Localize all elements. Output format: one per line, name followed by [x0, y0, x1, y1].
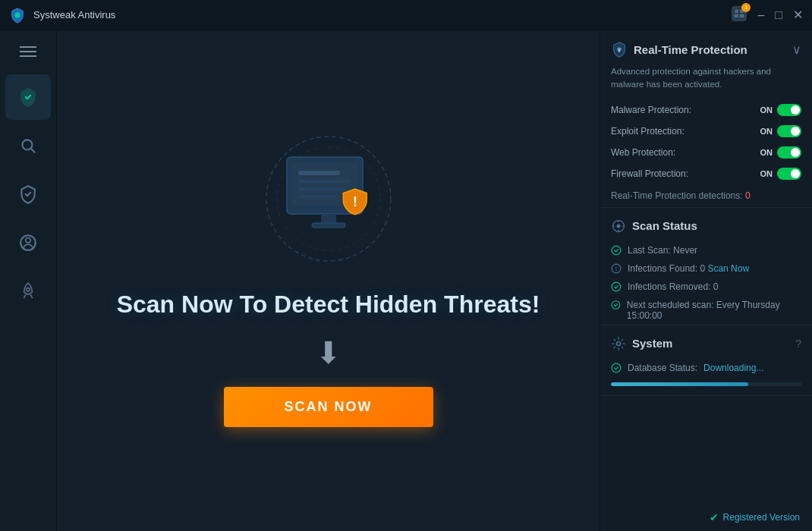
next-scan-icon [611, 300, 621, 310]
svg-text:!: ! [353, 194, 357, 209]
minimize-button[interactable]: – [757, 8, 764, 22]
web-protection-row: Web Protection: ON [600, 142, 812, 163]
maximize-button[interactable]: □ [775, 8, 782, 22]
right-panel: i Real-Time Protection ∨ Advanced protec… [600, 30, 812, 531]
rocket-icon [18, 281, 38, 301]
identity-icon [18, 233, 38, 253]
sidebar-item-protection[interactable] [5, 171, 51, 217]
svg-point-6 [22, 140, 32, 149]
db-status-label: Database Status: [628, 363, 697, 373]
registered-check-icon: ✔ [710, 511, 719, 523]
svg-point-8 [26, 238, 31, 244]
sidebar-item-identity[interactable] [5, 220, 51, 266]
system-icon [611, 336, 626, 351]
notification-badge: 1 [741, 3, 751, 12]
search-icon [18, 136, 38, 156]
main-content: ! Scan Now To Detect Hidden Threats! ⬇ S… [57, 30, 600, 531]
db-status-row: Database Status: Downloading... [600, 359, 812, 379]
svg-point-0 [14, 12, 20, 17]
close-button[interactable]: ✕ [793, 8, 803, 22]
svg-text:!: ! [615, 266, 617, 271]
rtp-shield-icon: i [611, 41, 628, 58]
firewall-pill [777, 168, 801, 180]
malware-protection-label: Malware Protection: [611, 105, 691, 115]
next-scan-text: Next scheduled scan: Every Thursday 15:0… [627, 300, 801, 321]
svg-point-29 [612, 300, 620, 309]
malware-protection-toggle[interactable]: ON [760, 104, 802, 116]
monitor-illustration: ! [253, 134, 404, 271]
detections-count: 0 [745, 190, 751, 201]
rtp-expand-icon[interactable]: ∨ [792, 42, 801, 57]
malware-on-text: ON [760, 105, 773, 115]
scan-status-title: Scan Status [632, 219, 697, 232]
scan-status-header: Scan Status [600, 208, 812, 241]
rtp-description: Advanced protection against hackers and … [600, 65, 812, 99]
firewall-protection-toggle[interactable]: ON [760, 168, 802, 180]
system-header-left: System [611, 336, 672, 351]
scan-hero-title: Scan Now To Detect Hidden Threats! [117, 289, 540, 321]
sidebar [0, 30, 57, 531]
firewall-protection-row: Firewall Protection: ON [600, 163, 812, 184]
next-scan-row: Next scheduled scan: Every Thursday 15:0… [600, 296, 812, 325]
scan-now-link[interactable]: Scan Now [707, 263, 749, 274]
infections-found-text: Infections Found: 0 Scan Now [628, 263, 749, 274]
app-logo-icon [9, 7, 26, 24]
web-protection-toggle[interactable]: ON [760, 146, 802, 159]
sidebar-item-search[interactable] [5, 123, 51, 168]
scan-now-button[interactable]: SCAN NOW [224, 387, 433, 427]
infections-info-icon: ! [611, 263, 622, 274]
infections-removed-row: Infections Removed: 0 [600, 278, 812, 296]
rtp-title: Real-Time Protection [634, 43, 747, 56]
firewall-protection-label: Firewall Protection: [611, 168, 688, 179]
last-scan-label: Last Scan: Never [628, 245, 697, 256]
detections-label: Real-Time Protection detections: [611, 190, 743, 201]
malware-pill [777, 104, 801, 116]
system-title: System [632, 337, 672, 350]
infections-found-row: ! Infections Found: 0 Scan Now [600, 259, 812, 278]
svg-rect-5 [740, 14, 744, 17]
svg-rect-4 [735, 14, 739, 17]
system-section: System ? Database Status: Downloading... [600, 325, 812, 396]
svg-point-25 [612, 246, 621, 255]
panel-footer: ✔ Registered Version [600, 504, 812, 531]
system-help-icon[interactable]: ? [795, 338, 801, 350]
rtp-section: i Real-Time Protection ∨ Advanced protec… [600, 30, 812, 208]
shield-icon [18, 87, 38, 107]
sidebar-item-boost[interactable] [5, 269, 51, 314]
infections-removed-icon [611, 281, 622, 292]
db-progress-bar [611, 382, 801, 386]
svg-rect-18 [321, 214, 336, 223]
svg-rect-17 [298, 195, 336, 198]
svg-rect-15 [298, 180, 351, 183]
app-body: ! Scan Now To Detect Hidden Threats! ⬇ S… [0, 30, 812, 531]
web-on-text: ON [760, 148, 773, 157]
sidebar-item-shield[interactable] [5, 74, 51, 120]
system-header: System ? [600, 325, 812, 359]
exploit-pill [777, 125, 801, 137]
svg-rect-16 [298, 187, 345, 190]
exploit-protection-toggle[interactable]: ON [760, 125, 802, 137]
malware-protection-row: Malware Protection: ON [600, 99, 812, 121]
notification-button[interactable]: 1 [732, 6, 747, 24]
svg-text:i: i [618, 48, 620, 53]
firewall-on-text: ON [760, 169, 773, 178]
svg-point-2 [735, 9, 739, 13]
protection-icon [18, 184, 38, 204]
scan-status-header-left: Scan Status [611, 218, 697, 234]
db-status-value: Downloading... [703, 363, 763, 373]
exploit-on-text: ON [760, 127, 773, 136]
sidebar-menu-toggle[interactable] [13, 36, 43, 67]
svg-point-30 [617, 341, 621, 345]
titlebar: Systweak Antivirus 1 – □ ✕ [0, 0, 812, 30]
scan-status-section: Scan Status Last Scan: Never ! [600, 208, 812, 325]
detections-row: Real-Time Protection detections: 0 [600, 184, 812, 207]
exploit-protection-row: Exploit Protection: ON [600, 121, 812, 142]
rtp-header-left: i Real-Time Protection [611, 41, 747, 58]
app-title: Systweak Antivirus [33, 9, 115, 20]
svg-point-24 [617, 224, 621, 228]
hero-illustration: ! [253, 134, 404, 271]
db-progress-fill [611, 382, 748, 386]
infections-removed-text: Infections Removed: 0 [628, 281, 718, 292]
titlebar-controls: 1 – □ ✕ [732, 6, 803, 24]
last-scan-row: Last Scan: Never [600, 241, 812, 259]
